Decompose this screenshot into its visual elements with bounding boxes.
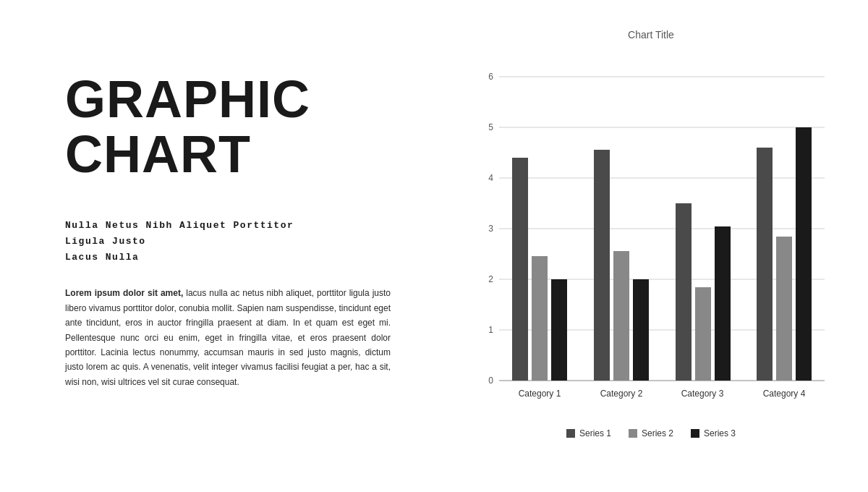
cat2-label: Category 2 <box>600 389 643 399</box>
body-content: lacus nulla ac netus nibh aliquet, portt… <box>65 288 391 386</box>
body-text: Lorem ipsum dolor sit amet, lacus nulla … <box>65 286 391 389</box>
bar-cat2-s2 <box>613 251 629 381</box>
svg-text:0: 0 <box>488 376 493 386</box>
bar-cat2-s3 <box>633 279 649 381</box>
legend-series3: Series 3 <box>691 428 736 438</box>
legend-series3-label: Series 3 <box>704 428 736 438</box>
subtitle-block: Nulla Netus Nibh Aliquet PorttitorLigula… <box>65 218 391 266</box>
bar-cat3-s2 <box>695 287 711 381</box>
bar-cat1-s1 <box>512 158 528 381</box>
bar-cat3-s1 <box>676 203 692 381</box>
main-title-line1: GRAPHIC <box>65 70 310 128</box>
cat4-label: Category 4 <box>763 389 806 399</box>
svg-text:1: 1 <box>488 325 493 335</box>
body-bold: Lorem ipsum dolor sit amet, <box>65 288 183 298</box>
bar-cat4-s1 <box>757 148 773 381</box>
cat3-label: Category 3 <box>681 389 724 399</box>
legend-series3-box <box>691 429 699 438</box>
right-panel: Chart Title 0 1 2 3 4 5 6 <box>434 0 868 492</box>
bar-cat3-s3 <box>715 226 731 381</box>
main-title-line2: CHART <box>65 125 251 183</box>
svg-text:2: 2 <box>488 274 493 284</box>
legend-series2: Series 2 <box>629 428 673 438</box>
legend-series1-box <box>566 429 575 438</box>
legend-series2-box <box>629 429 637 438</box>
chart-area: 0 1 2 3 4 5 6 <box>463 48 839 424</box>
cat1-label: Category 1 <box>519 389 561 399</box>
left-panel: GRAPHIC CHART Nulla Netus Nibh Aliquet P… <box>0 0 434 492</box>
bar-cat1-s2 <box>532 256 548 381</box>
svg-text:4: 4 <box>488 173 493 183</box>
chart-legend: Series 1 Series 2 Series 3 <box>566 428 736 438</box>
legend-series2-label: Series 2 <box>642 428 673 438</box>
chart-title: Chart Title <box>628 29 674 41</box>
svg-text:3: 3 <box>488 224 493 234</box>
legend-series1: Series 1 <box>566 428 611 438</box>
subtitle-text: Nulla Netus Nibh Aliquet PorttitorLigula… <box>65 220 294 263</box>
svg-text:5: 5 <box>488 122 493 132</box>
main-title: GRAPHIC CHART <box>65 72 391 182</box>
svg-text:6: 6 <box>488 72 493 82</box>
legend-series1-label: Series 1 <box>579 428 611 438</box>
bar-cat4-s2 <box>776 237 792 381</box>
chart-svg: 0 1 2 3 4 5 6 <box>463 48 839 424</box>
bar-cat2-s1-fix <box>594 150 610 381</box>
bar-cat1-s3 <box>551 279 567 381</box>
bar-cat4-s3 <box>796 127 812 381</box>
